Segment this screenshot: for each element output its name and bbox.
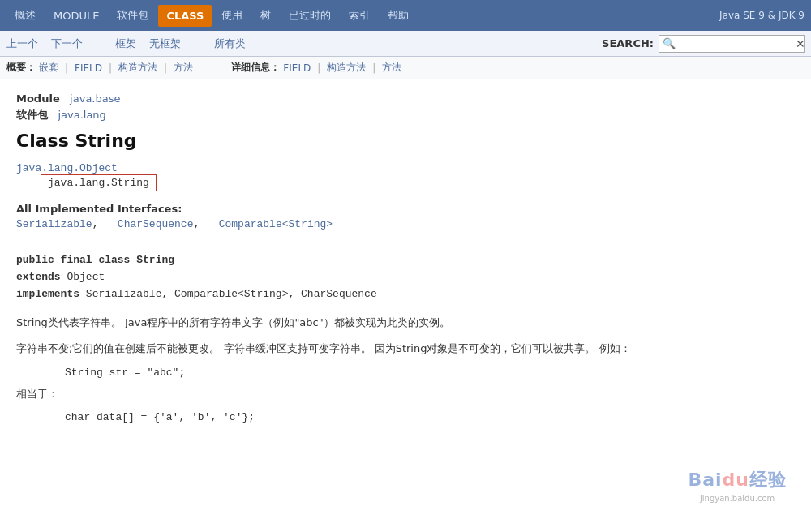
no-frames-link[interactable]: 无框架 [149, 36, 181, 51]
module-line: Module java.base [16, 92, 779, 105]
class-title: Class String [16, 131, 779, 151]
clear-search-icon[interactable]: ✕ [796, 37, 805, 50]
detail-breadcrumb: 详细信息： FIELD | 构造方法 | 方法 [231, 61, 401, 75]
iface-charsequence[interactable]: CharSequence [118, 218, 194, 230]
iface-comparable[interactable]: Comparable<String> [219, 218, 333, 230]
bc-detail-field-link[interactable]: FIELD [283, 62, 311, 74]
bc-detail-constructor-link[interactable]: 构造方法 [327, 61, 366, 75]
all-classes-link[interactable]: 所有类 [214, 36, 246, 51]
nav-links: 概述 MODULE 软件包 CLASS 使用 树 已过时的 索引 帮助 [6, 3, 417, 28]
nav-deprecated[interactable]: 已过时的 [281, 3, 339, 28]
bc-nested-link[interactable]: 嵌套 [39, 61, 58, 75]
desc-para2: 字符串不变;它们的值在创建后不能被更改。 字符串缓冲区支持可变字符串。 因为St… [16, 340, 779, 358]
decl-line3: implements Serializable, Comparable<Stri… [16, 286, 779, 303]
secondary-navigation: 上一个 下一个 框架 无框架 所有类 SEARCH: 🔍 ✕ [0, 31, 811, 57]
decl-line2: extends Object [16, 269, 779, 286]
section-divider [16, 242, 779, 242]
package-label: 软件包 [16, 109, 48, 121]
separator-1 [96, 37, 102, 49]
bc-constructor-link[interactable]: 构造方法 [118, 61, 157, 75]
nav-class[interactable]: CLASS [158, 5, 212, 27]
bc-detail-method-link[interactable]: 方法 [382, 61, 401, 75]
top-navigation: 概述 MODULE 软件包 CLASS 使用 树 已过时的 索引 帮助 Java… [0, 0, 811, 31]
prev-link[interactable]: 上一个 [6, 36, 38, 51]
search-icon[interactable]: 🔍 [663, 37, 676, 49]
nav-tree[interactable]: 树 [252, 3, 279, 28]
module-value[interactable]: java.base [70, 92, 120, 105]
iface-serializable[interactable]: Serializable [16, 218, 92, 230]
bc-field-link[interactable]: FIELD [75, 62, 102, 74]
summary-breadcrumb: 概要： 嵌套 | FIELD | 构造方法 | 方法 [6, 61, 193, 75]
search-label: SEARCH: [602, 37, 654, 49]
nav-help[interactable]: 帮助 [380, 3, 417, 28]
nav-module[interactable]: MODULE [45, 5, 107, 27]
main-content: Module java.base 软件包 java.lang Class Str… [0, 79, 795, 443]
parent-class-link[interactable]: java.lang.Object [16, 162, 118, 174]
jdk-version-label: Java SE 9 & JDK 9 [719, 10, 805, 21]
search-box: 🔍 ✕ [659, 35, 805, 53]
interfaces-label: All Implemented Interfaces: [16, 203, 779, 215]
nav-use[interactable]: 使用 [213, 3, 251, 28]
class-hierarchy: java.lang.Object java.lang.String [16, 162, 779, 191]
breadcrumb-bar: 概要： 嵌套 | FIELD | 构造方法 | 方法 详细信息： FIELD |… [0, 57, 811, 79]
detail-label: 详细信息： [231, 61, 280, 75]
summary-label: 概要： [6, 61, 36, 75]
nav-index[interactable]: 索引 [341, 3, 378, 28]
decl-line1: public final class String [16, 252, 779, 269]
interfaces-list: Serializable, CharSequence, Comparable<S… [16, 218, 779, 230]
class-declaration: public final class String extends Object… [16, 252, 779, 302]
current-class-box: java.lang.String [41, 174, 157, 191]
package-line: 软件包 java.lang [16, 108, 779, 122]
package-value[interactable]: java.lang [58, 109, 105, 121]
bc-method-link[interactable]: 方法 [174, 61, 193, 75]
module-label: Module [16, 92, 60, 105]
desc-para1: String类代表字符串。 Java程序中的所有字符串文字（例如"abc"）都被… [16, 314, 779, 332]
separator-2 [194, 37, 200, 49]
interfaces-section: All Implemented Interfaces: Serializable… [16, 203, 779, 230]
nav-package[interactable]: 软件包 [109, 3, 157, 28]
nav-overview[interactable]: 概述 [6, 3, 44, 28]
next-link[interactable]: 下一个 [51, 36, 83, 51]
search-container: SEARCH: 🔍 ✕ [602, 35, 805, 53]
desc-para3: 相当于： [16, 385, 779, 403]
code-example-2: char data[] = {'a', 'b', 'c'}; [65, 411, 779, 423]
frames-link[interactable]: 框架 [115, 36, 136, 51]
code-example-1: String str = "abc"; [65, 367, 779, 379]
search-input[interactable] [679, 38, 792, 49]
